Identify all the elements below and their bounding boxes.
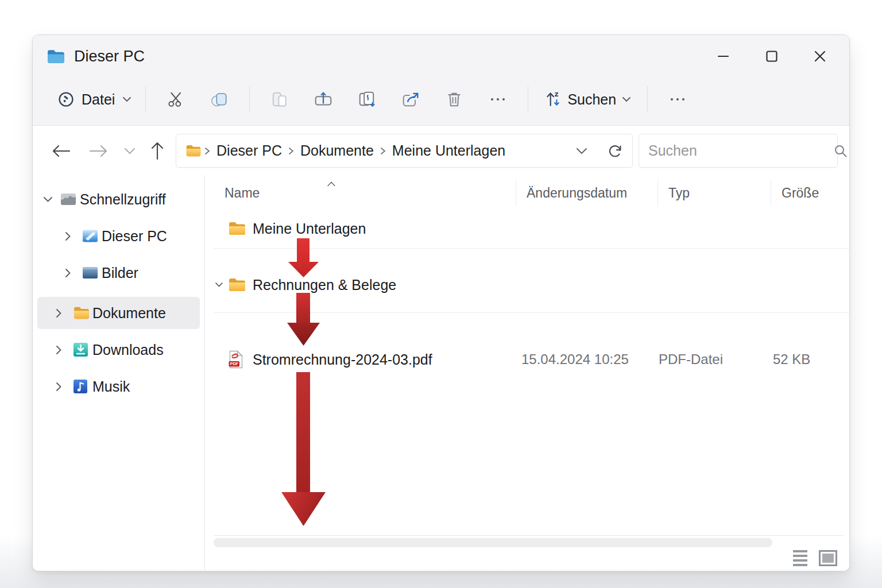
column-header-type[interactable]: Typ: [657, 180, 771, 206]
sidebar: Schnellzugriff Dieser PC: [33, 176, 205, 571]
chevron-right-icon[interactable]: [56, 345, 73, 355]
breadcrumb-item[interactable]: Dokumente: [297, 142, 377, 159]
preview-icon: [358, 90, 376, 109]
paste-button[interactable]: [258, 83, 301, 116]
sidebar-item-dieser-pc[interactable]: Dieser PC: [37, 220, 200, 252]
main-area: Schnellzugriff Dieser PC: [33, 176, 849, 571]
file-menu-label: Datei: [82, 91, 115, 108]
sort-button[interactable]: Suchen: [536, 90, 639, 109]
window-controls: [716, 49, 837, 64]
more-options-button[interactable]: [476, 83, 520, 116]
cut-button[interactable]: [154, 83, 198, 116]
delete-icon: [446, 90, 463, 109]
more-icon: [489, 96, 506, 102]
view-toggles: [793, 550, 837, 566]
file-name: Stromrechnung-2024-03.pdf: [253, 351, 432, 368]
search-box: [639, 134, 838, 168]
svg-text:PDF: PDF: [230, 362, 239, 366]
column-headers: Name Änderungsdatum Typ Größe: [205, 179, 849, 207]
minimize-button[interactable]: [716, 49, 731, 64]
breadcrumb-chevron-icon: [204, 146, 211, 156]
sidebar-item-label: Bilder: [102, 265, 138, 281]
sort-icon: [544, 90, 562, 109]
breadcrumb-chevron-icon: [288, 146, 295, 156]
cut-icon: [167, 91, 184, 108]
column-header-date[interactable]: Änderungsdatum: [516, 180, 657, 206]
chevron-down-icon: [122, 96, 131, 102]
pictures-icon: [82, 266, 102, 279]
breadcrumb-item[interactable]: Meine Unterlagen: [389, 142, 509, 159]
sidebar-item-bilder[interactable]: Bilder: [37, 257, 200, 289]
column-header-name[interactable]: Name: [205, 185, 516, 201]
recent-locations-chevron-icon[interactable]: [118, 138, 143, 164]
address-folder-icon: [185, 144, 202, 157]
sidebar-item-downloads[interactable]: Downloads: [37, 334, 200, 366]
window-chrome: Dieser PC: [33, 35, 849, 126]
chevron-right-icon[interactable]: [65, 231, 82, 241]
back-button[interactable]: [49, 138, 74, 164]
address-dropdown-chevron-icon[interactable]: [576, 148, 587, 154]
sidebar-item-label: Musik: [92, 378, 130, 395]
chevron-down-icon[interactable]: [43, 196, 60, 203]
this-pc-icon: [82, 229, 102, 243]
file-row-stromrechnung-pdf[interactable]: PDF Stromrechnung-2024-03.pdf 15.04.2024…: [205, 343, 849, 376]
sidebar-item-label: Dokumente: [92, 305, 166, 322]
documents-folder-icon: [73, 306, 92, 320]
chevron-right-icon[interactable]: [56, 382, 73, 392]
preview-button[interactable]: [345, 83, 389, 116]
toolbar-separator: [249, 86, 250, 113]
refresh-icon[interactable]: [607, 143, 623, 159]
sidebar-item-dokumente[interactable]: Dokumente: [37, 297, 200, 329]
quick-access-icon: [60, 192, 80, 206]
column-header-size[interactable]: Größe: [771, 180, 849, 206]
breadcrumb[interactable]: Dieser PC Dokumente Meine Unterlagen: [176, 134, 633, 168]
row-separator: [214, 312, 849, 313]
chevron-down-icon: [622, 96, 631, 102]
toolbar-separator: [145, 86, 146, 113]
toolbar-separator: [647, 86, 648, 113]
sort-ascending-caret-icon: [327, 181, 336, 187]
sidebar-item-label: Dieser PC: [102, 228, 167, 245]
details-view-icon[interactable]: [793, 550, 807, 566]
search-icon[interactable]: [833, 144, 848, 158]
breadcrumb-item[interactable]: Dieser PC: [213, 142, 285, 159]
close-button[interactable]: [813, 49, 827, 64]
view-more-button[interactable]: [656, 83, 699, 116]
file-menu-button[interactable]: Datei: [52, 88, 137, 111]
sidebar-item-label: Downloads: [92, 342, 164, 358]
up-button[interactable]: [145, 138, 170, 164]
share-button[interactable]: [389, 83, 432, 116]
file-date: 15.04.2024 10:25: [516, 351, 657, 368]
large-icons-view-icon[interactable]: [819, 550, 837, 566]
folder-icon: [228, 221, 246, 236]
rename-button[interactable]: [301, 83, 345, 116]
folder-icon: [228, 277, 246, 292]
sidebar-item-schnellzugriff[interactable]: Schnellzugriff: [37, 183, 200, 215]
file-name: Meine Unterlagen: [253, 220, 366, 237]
file-row-meine-unterlagen[interactable]: Meine Unterlagen: [205, 212, 849, 245]
desktop: { "window": { "title": "Dieser PC" }, "t…: [0, 0, 882, 588]
row-separator: [214, 248, 849, 249]
file-row-rechnungen-belege[interactable]: Rechnungen & Belege: [205, 269, 849, 301]
maximize-button[interactable]: [764, 49, 779, 64]
delete-button[interactable]: [432, 83, 476, 116]
share-icon: [401, 90, 420, 109]
window-folder-icon: [47, 49, 65, 64]
forward-button[interactable]: [86, 138, 111, 164]
copy-icon: [210, 90, 229, 109]
chevron-right-icon[interactable]: [56, 308, 73, 318]
downloads-icon: [73, 342, 92, 357]
sidebar-item-musik[interactable]: Musik: [37, 370, 200, 403]
copy-button[interactable]: [198, 83, 241, 116]
breadcrumb-chevron-icon: [380, 146, 386, 156]
search-input[interactable]: [648, 142, 833, 159]
pdf-file-icon: PDF: [228, 350, 246, 369]
chevron-right-icon[interactable]: [65, 268, 82, 278]
toolbar: Datei: [33, 78, 849, 125]
collapse-chevron-icon[interactable]: [215, 282, 228, 288]
paste-icon: [271, 90, 288, 109]
rename-icon: [314, 91, 333, 108]
horizontal-scrollbar[interactable]: [214, 538, 772, 547]
sort-label: Suchen: [567, 91, 616, 108]
file-name: Rechnungen & Belege: [253, 277, 396, 293]
